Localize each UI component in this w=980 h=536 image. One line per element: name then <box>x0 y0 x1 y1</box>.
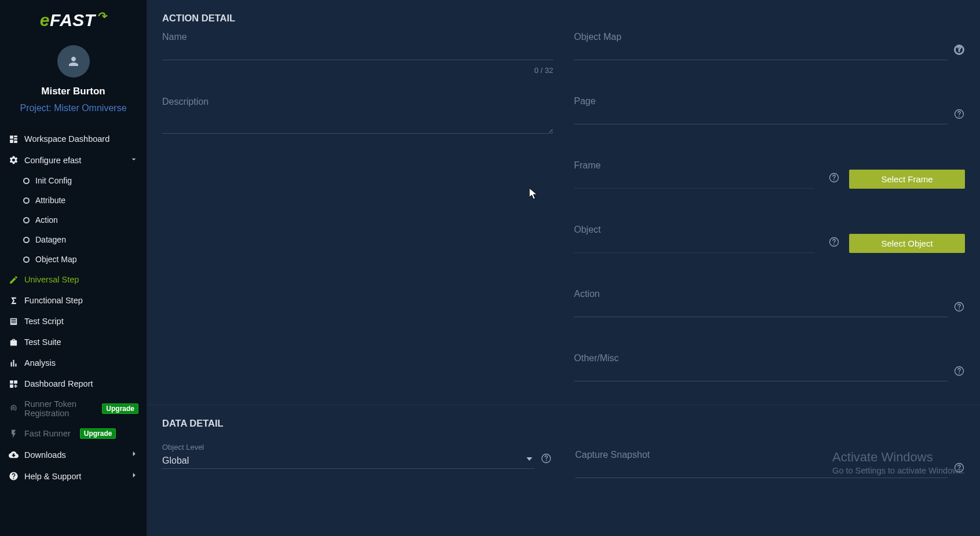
logo-swoosh-icon: ↷ <box>97 9 107 23</box>
name-input[interactable] <box>162 43 553 60</box>
edit-icon <box>8 274 19 285</box>
person-icon <box>67 54 81 68</box>
username: Mister Burton <box>0 86 147 97</box>
select-frame-button[interactable]: Select Frame <box>849 170 965 189</box>
sidebar-item-label: Action <box>35 215 58 225</box>
capture-snapshot-label: Capture Snapshot <box>575 450 948 460</box>
chevron-down-icon <box>129 155 138 166</box>
chevron-right-icon <box>129 449 138 460</box>
sidebar-item-init-config[interactable]: Init Config <box>0 171 147 190</box>
field-frame-row: Frame Select Frame <box>574 160 965 189</box>
description-label: Description <box>162 97 553 107</box>
select-object-button[interactable]: Select Object <box>849 234 965 253</box>
cloud-download-icon <box>8 450 19 460</box>
briefcase-icon <box>8 337 19 347</box>
sidebar-item-workspace-dashboard[interactable]: Workspace Dashboard <box>0 129 147 149</box>
sidebar: eFAST↷ Mister Burton Project: Mister Omn… <box>0 0 147 536</box>
gear-icon <box>8 155 19 166</box>
object-label: Object <box>574 225 814 235</box>
sidebar-item-analysis[interactable]: Analysis <box>0 353 147 373</box>
help-icon[interactable] <box>953 301 965 315</box>
sidebar-item-object-map[interactable]: Object Map <box>0 249 147 269</box>
help-icon[interactable] <box>828 172 840 186</box>
field-name: Name 0 / 32 <box>162 32 553 75</box>
upgrade-badge[interactable]: Upgrade <box>102 403 138 414</box>
sidebar-item-fast-runner[interactable]: Fast Runner Upgrade <box>0 423 147 444</box>
field-object-map: Object Map <box>574 32 965 60</box>
bullet-icon <box>23 237 30 243</box>
help-icon[interactable] <box>953 108 965 122</box>
svg-point-11 <box>959 373 960 374</box>
capture-snapshot-input[interactable] <box>575 461 948 478</box>
document-icon <box>8 316 19 326</box>
sidebar-item-action[interactable]: Action <box>0 210 147 230</box>
object-input[interactable] <box>574 236 814 253</box>
dashboard-icon <box>8 134 19 144</box>
sidebar-item-test-script[interactable]: Test Script <box>0 311 147 332</box>
bullet-icon <box>23 197 30 204</box>
sidebar-item-runner-token[interactable]: Runner Token Registration Upgrade <box>0 394 147 423</box>
profile-block: Mister Burton Project: Mister Omniverse <box>0 34 147 129</box>
help-icon[interactable] <box>953 462 965 476</box>
help-icon[interactable] <box>828 236 840 250</box>
upgrade-badge[interactable]: Upgrade <box>80 428 116 439</box>
frame-input[interactable] <box>574 172 814 189</box>
help-icon[interactable] <box>953 44 965 58</box>
object-map-input[interactable] <box>574 43 948 60</box>
svg-point-9 <box>959 309 960 310</box>
svg-point-15 <box>959 469 960 471</box>
sidebar-item-datagen[interactable]: Datagen <box>0 230 147 249</box>
sidebar-item-label: Init Config <box>35 176 72 185</box>
sidebar-item-label: Workspace Dashboard <box>24 134 109 144</box>
chevron-right-icon <box>129 471 138 482</box>
sidebar-item-label: Universal Step <box>24 275 79 284</box>
page-input[interactable] <box>574 108 948 124</box>
sidebar-item-label: Functional Step <box>24 296 83 305</box>
sidebar-item-label: Downloads <box>24 450 66 460</box>
description-input[interactable] <box>162 108 553 134</box>
nav: Workspace Dashboard Configure efast Init… <box>0 129 147 536</box>
sidebar-item-attribute[interactable]: Attribute <box>0 190 147 210</box>
help-circle-icon <box>8 471 19 482</box>
name-counter: 0 / 32 <box>162 66 553 75</box>
bullet-icon <box>23 256 30 263</box>
field-description: Description <box>162 97 553 136</box>
sidebar-item-label: Datagen <box>35 235 66 244</box>
sidebar-item-label: Dashboard Report <box>24 379 93 388</box>
sidebar-item-functional-step[interactable]: Functional Step <box>0 290 147 311</box>
object-map-label: Object Map <box>574 32 948 42</box>
object-level-label: Object Level <box>162 443 204 451</box>
sidebar-item-test-suite[interactable]: Test Suite <box>0 332 147 353</box>
action-input[interactable] <box>574 300 948 317</box>
object-level-select[interactable] <box>162 452 535 469</box>
help-icon[interactable] <box>953 365 965 379</box>
sidebar-item-label: Analysis <box>24 358 56 368</box>
other-misc-input[interactable] <box>574 365 948 381</box>
main-content: ACTION DETAIL Name 0 / 32 Description <box>147 0 980 536</box>
svg-point-5 <box>833 179 835 181</box>
sidebar-item-label: Configure efast <box>24 156 81 165</box>
logo-main: FAST <box>50 10 96 30</box>
sidebar-item-downloads[interactable]: Downloads <box>0 444 147 465</box>
sidebar-item-help-support[interactable]: Help & Support <box>0 465 147 487</box>
bullet-icon <box>23 178 30 184</box>
field-page: Page <box>574 96 965 124</box>
field-action: Action <box>574 289 965 317</box>
sidebar-item-universal-step[interactable]: Universal Step <box>0 269 147 290</box>
svg-point-13 <box>546 460 547 461</box>
other-misc-label: Other/Misc <box>574 353 948 364</box>
sidebar-item-label: Help & Support <box>24 472 81 481</box>
svg-point-7 <box>833 244 835 245</box>
avatar[interactable] <box>57 45 90 78</box>
dashboard-plus-icon <box>8 379 19 389</box>
sidebar-item-label: Test Script <box>24 317 64 326</box>
sigma-icon <box>8 295 19 306</box>
sidebar-item-label: Test Suite <box>24 337 61 347</box>
fingerprint-icon <box>8 403 19 414</box>
sidebar-item-dashboard-report[interactable]: Dashboard Report <box>0 373 147 394</box>
action-label: Action <box>574 289 948 299</box>
sidebar-item-label: Runner Token Registration <box>24 399 93 418</box>
svg-point-1 <box>959 52 960 53</box>
help-icon[interactable] <box>540 453 552 467</box>
sidebar-item-configure-efast[interactable]: Configure efast <box>0 149 147 171</box>
